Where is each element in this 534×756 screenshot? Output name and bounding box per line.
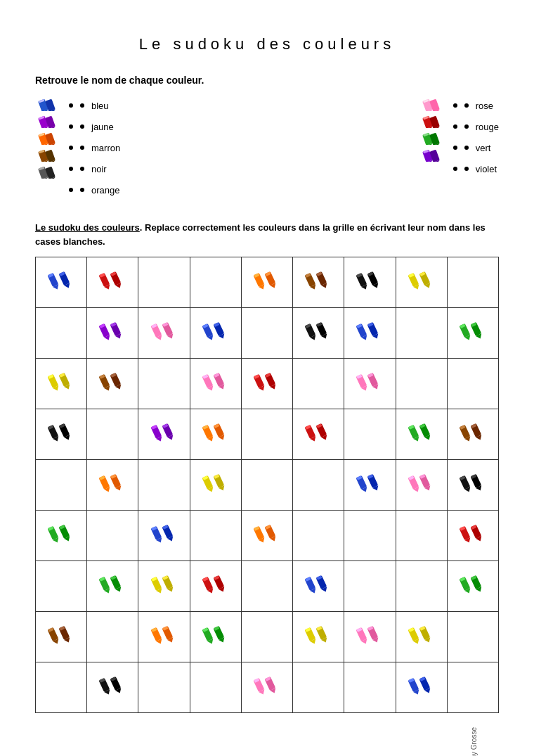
grid-cell-5-2[interactable] xyxy=(138,511,190,561)
grid-cell-3-6[interactable] xyxy=(344,409,396,460)
grid-cell-5-5[interactable] xyxy=(293,511,344,561)
grid-cell-7-4[interactable] xyxy=(241,612,292,662)
grid-cell-4-6[interactable] xyxy=(344,460,396,511)
grid-cell-6-1[interactable] xyxy=(87,561,138,612)
grid-cell-6-3[interactable] xyxy=(190,561,241,612)
color-orange: orange xyxy=(80,180,120,200)
grid-cell-3-7[interactable] xyxy=(396,409,447,460)
grid-cell-2-1[interactable] xyxy=(87,359,138,409)
grid-cell-2-4[interactable] xyxy=(241,359,292,409)
dot-item-empty4 xyxy=(69,159,73,179)
right-swatches xyxy=(419,96,446,162)
grid-cell-4-4[interactable] xyxy=(241,460,292,511)
grid-cell-8-5[interactable] xyxy=(293,662,344,713)
color-vert: vert xyxy=(464,138,499,158)
grid-cell-2-2[interactable] xyxy=(138,359,190,409)
grid-cell-2-0[interactable] xyxy=(36,359,87,409)
grid-cell-1-2[interactable] xyxy=(138,308,190,359)
grid-cell-7-5[interactable] xyxy=(293,612,344,662)
grid-cell-1-6[interactable] xyxy=(344,308,396,359)
grid-cell-1-4[interactable] xyxy=(241,308,292,359)
grid-cell-8-0[interactable] xyxy=(36,662,87,713)
grid-cell-6-0[interactable] xyxy=(36,561,87,612)
grid-cell-0-3[interactable] xyxy=(190,257,241,308)
grid-cell-2-3[interactable] xyxy=(190,359,241,409)
grid-cell-1-8[interactable] xyxy=(447,308,498,359)
grid-cell-1-7[interactable] xyxy=(396,308,447,359)
grid-cell-0-1[interactable] xyxy=(87,257,138,308)
grid-cell-5-7[interactable] xyxy=(396,511,447,561)
grid-cell-3-3[interactable] xyxy=(190,409,241,460)
grid-cell-6-4[interactable] xyxy=(241,561,292,612)
grid-cell-5-8[interactable] xyxy=(447,511,498,561)
grid-cell-6-7[interactable] xyxy=(396,561,447,612)
grid-cell-4-5[interactable] xyxy=(293,460,344,511)
grid-cell-5-6[interactable] xyxy=(344,511,396,561)
grid-cell-5-0[interactable] xyxy=(36,511,87,561)
dot-item-empty1 xyxy=(69,96,73,115)
grid-cell-3-2[interactable] xyxy=(138,409,190,460)
bullet-marron xyxy=(80,146,84,150)
grid-cell-4-8[interactable] xyxy=(447,460,498,511)
grid-cell-6-5[interactable] xyxy=(293,561,344,612)
grid-cell-7-2[interactable] xyxy=(138,612,190,662)
grid-cell-8-8[interactable] xyxy=(447,662,498,713)
grid-cell-5-4[interactable] xyxy=(241,511,292,561)
grid-cell-3-1[interactable] xyxy=(87,409,138,460)
grid-cell-7-8[interactable] xyxy=(447,612,498,662)
grid-cell-5-3[interactable] xyxy=(190,511,241,561)
grid-cell-7-7[interactable] xyxy=(396,612,447,662)
grid-cell-2-5[interactable] xyxy=(293,359,344,409)
dot-item-empty3 xyxy=(69,138,73,158)
dot-right-empty3 xyxy=(453,138,457,158)
grid-cell-8-1[interactable] xyxy=(87,662,138,713)
grid-cell-3-4[interactable] xyxy=(241,409,292,460)
grid-cell-0-7[interactable] xyxy=(396,257,447,308)
grid-cell-0-6[interactable] xyxy=(344,257,396,308)
grid-cell-7-0[interactable] xyxy=(36,612,87,662)
grid-cell-0-5[interactable] xyxy=(293,257,344,308)
grid-cell-3-0[interactable] xyxy=(36,409,87,460)
right-sidebar: © Fanny Grosse xyxy=(470,727,478,756)
grid-cell-1-0[interactable] xyxy=(36,308,87,359)
grid-cell-5-1[interactable] xyxy=(87,511,138,561)
grid-cell-6-2[interactable] xyxy=(138,561,190,612)
grid-cell-8-6[interactable] xyxy=(344,662,396,713)
bullet-jaune xyxy=(80,124,84,129)
grid-cell-1-3[interactable] xyxy=(190,308,241,359)
grid-cell-3-5[interactable] xyxy=(293,409,344,460)
grid-cell-2-7[interactable] xyxy=(396,359,447,409)
grid-cell-0-2[interactable] xyxy=(138,257,190,308)
swatch-bleu xyxy=(35,96,62,111)
grid-cell-8-2[interactable] xyxy=(138,662,190,713)
grid-cell-2-8[interactable] xyxy=(447,359,498,409)
grid-cell-6-6[interactable] xyxy=(344,561,396,612)
color-jaune: jaune xyxy=(80,117,120,136)
grid-cell-2-6[interactable] xyxy=(344,359,396,409)
grid-cell-0-0[interactable] xyxy=(36,257,87,308)
grid-cell-4-7[interactable] xyxy=(396,460,447,511)
bullet2 xyxy=(69,124,73,129)
grid-cell-7-6[interactable] xyxy=(344,612,396,662)
grid-cell-1-5[interactable] xyxy=(293,308,344,359)
grid-cell-0-8[interactable] xyxy=(447,257,498,308)
grid-cell-1-1[interactable] xyxy=(87,308,138,359)
grid-cell-4-0[interactable] xyxy=(36,460,87,511)
color-group-left: bleu jaune marron noir orange xyxy=(35,96,120,200)
grid-cell-4-2[interactable] xyxy=(138,460,190,511)
color-rose: rose xyxy=(464,96,499,115)
grid-cell-3-8[interactable] xyxy=(447,409,498,460)
grid-cell-7-3[interactable] xyxy=(190,612,241,662)
grid-cell-8-3[interactable] xyxy=(190,662,241,713)
grid-cell-8-4[interactable] xyxy=(241,662,292,713)
dot-item-empty2 xyxy=(69,117,73,136)
grid-cell-6-8[interactable] xyxy=(447,561,498,612)
grid-cell-4-3[interactable] xyxy=(190,460,241,511)
grid-cell-4-1[interactable] xyxy=(87,460,138,511)
grid-cell-7-1[interactable] xyxy=(87,612,138,662)
grid-cell-0-4[interactable] xyxy=(241,257,292,308)
bullet5 xyxy=(69,188,73,192)
grid-cell-8-7[interactable] xyxy=(396,662,447,713)
swatch-vert xyxy=(419,129,446,145)
instruction-text: Retrouve le nom de chaque couleur. xyxy=(35,75,499,86)
